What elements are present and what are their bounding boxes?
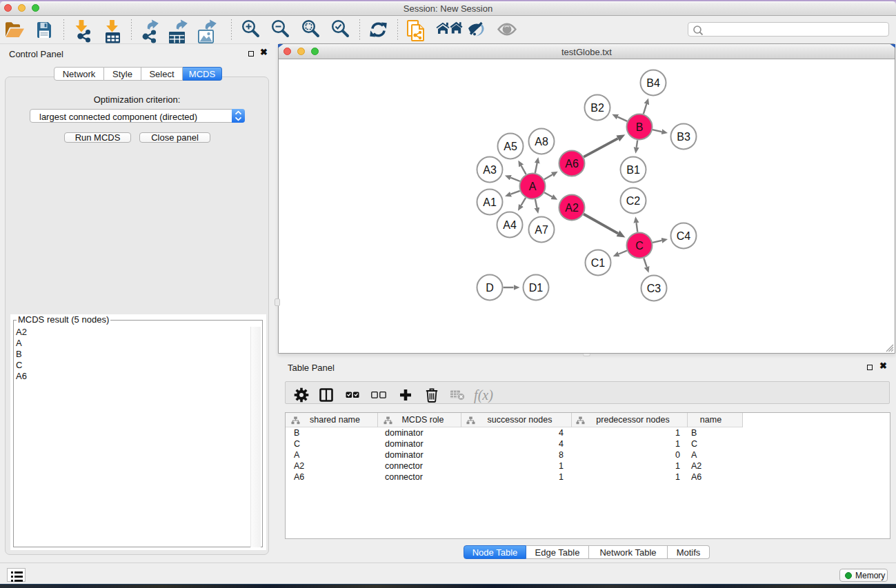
svg-text:C2: C2	[626, 195, 641, 207]
svg-text:A4: A4	[503, 219, 517, 231]
svg-text:A1: A1	[483, 196, 497, 208]
svg-text:B1: B1	[626, 164, 640, 176]
svg-text:C3: C3	[647, 283, 661, 294]
svg-text:D1: D1	[529, 282, 544, 294]
svg-text:B3: B3	[677, 131, 690, 143]
svg-text:A8: A8	[535, 136, 548, 148]
svg-text:A7: A7	[535, 224, 548, 236]
svg-text:A6: A6	[565, 158, 579, 170]
svg-text:f(x): f(x)	[474, 387, 493, 403]
svg-text:C: C	[635, 240, 644, 252]
svg-text:A: A	[529, 181, 537, 192]
svg-text:B2: B2	[590, 102, 604, 114]
svg-text:B: B	[636, 121, 644, 133]
svg-text:D: D	[486, 282, 494, 294]
svg-text:B4: B4	[646, 77, 660, 89]
svg-text:A3: A3	[483, 164, 497, 176]
svg-text:A2: A2	[565, 202, 579, 214]
svg-text:C4: C4	[677, 230, 691, 242]
svg-text:C1: C1	[591, 257, 606, 269]
svg-text:A5: A5	[504, 141, 517, 152]
